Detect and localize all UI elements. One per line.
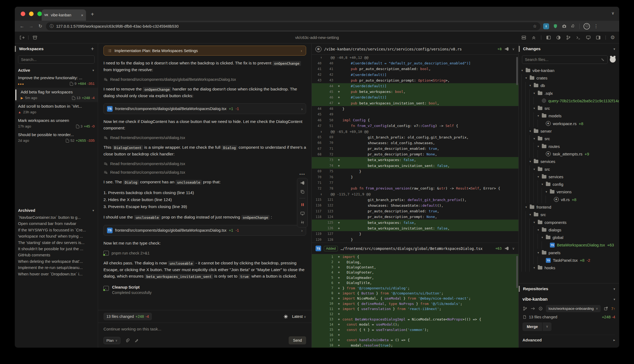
add-workspace-button[interactable]: + (91, 46, 94, 52)
merge-options-chevron[interactable]: ∨ (543, 322, 551, 331)
github-icon[interactable] (610, 57, 616, 63)
open-external-icon[interactable] (19, 35, 24, 40)
target-icon[interactable] (538, 306, 543, 311)
open-in-vscode-icon[interactable] (504, 246, 509, 251)
browser-tab[interactable]: VK vibe-kanban × (42, 9, 86, 21)
tree-folder-row[interactable]: ▾src (521, 165, 619, 173)
tree-folder-row[interactable]: ▾src (521, 104, 619, 112)
open-external-icon[interactable] (603, 306, 608, 311)
back-icon[interactable]: ← (19, 24, 26, 29)
expand-lines-icon[interactable]: ↑ (312, 56, 331, 59)
tree-file-row[interactable]: TSBetaWorkspacesDialog.tsx+63 (521, 241, 619, 249)
tree-folder-row[interactable]: ▾vibe-kanban (521, 67, 619, 74)
git-branch-icon[interactable] (522, 306, 528, 311)
tree-file-row[interactable]: Rv8.rs+8 (521, 196, 619, 203)
expand-lines-icon[interactable]: ↕ (312, 130, 331, 133)
site-info-icon[interactable]: ⓘ (50, 24, 53, 29)
theme-contrast-icon[interactable] (556, 35, 561, 40)
new-tab-button[interactable]: + (91, 12, 94, 17)
maximize-window-button[interactable] (37, 12, 42, 16)
preview-monitor-icon[interactable] (300, 211, 305, 216)
expand-lines-icon[interactable]: ↕ (312, 192, 331, 196)
file-search-input[interactable]: Search files... (522, 55, 608, 64)
archive-icon[interactable] (32, 35, 38, 40)
tree-folder-row[interactable]: ▾db (521, 82, 619, 89)
merge-button[interactable]: Merge (522, 322, 542, 331)
branch-selector[interactable]: louis/workspace-onboarding ∨ (546, 305, 601, 312)
browser-menu-icon[interactable]: ⋮ (594, 23, 598, 29)
changes-header[interactable]: Changes ▾ (519, 43, 619, 54)
archived-workspace-item[interactable]: When deleting the workspace that'... (18, 258, 95, 264)
repo-name-row[interactable]: vibe-kanban ▾ (522, 295, 615, 304)
archived-workspace-item[interactable]: 'workspace not found' when trying ... (18, 233, 95, 239)
adblock-shield-icon[interactable] (553, 24, 558, 29)
cleanup-script-row[interactable]: >_Cleanup ScriptCompleted successfully (103, 285, 306, 295)
send-button[interactable]: Send (289, 336, 306, 344)
tool-read-row[interactable]: Read frontend/src/components/ui/dialog.t… (103, 136, 306, 140)
active-section-header[interactable]: Active ▾ (15, 66, 98, 74)
archived-section-header[interactable]: Archived ▾ (15, 206, 98, 214)
workspace-item[interactable]: Add scroll to bottom button in `Virt...▲… (15, 102, 98, 116)
terminal-icon[interactable] (576, 35, 581, 40)
tool-read-row[interactable]: Read frontend/src/components/ui/dialog.t… (103, 170, 306, 174)
tree-folder-row[interactable]: ▾.sqlx (521, 89, 619, 97)
open-in-vscode-icon[interactable] (504, 46, 509, 52)
forward-icon[interactable]: → (28, 24, 35, 29)
workspace-item[interactable]: Improve the preview functionality: ...9+… (15, 74, 98, 88)
scrollbar-thumb[interactable] (516, 57, 518, 85)
collapse-chevron-icon[interactable]: ∨ (512, 47, 515, 51)
preview-monitor-icon[interactable] (586, 35, 591, 40)
repositories-header[interactable]: Repositories ▾ (519, 283, 619, 294)
tree-folder-row[interactable]: ▾config (521, 180, 619, 188)
archived-workspace-item[interactable]: `NavbarContainer.tsx` button to g... (18, 214, 95, 220)
collapse-chevron-icon[interactable]: ∨ (512, 246, 515, 250)
spark-icon[interactable] (283, 314, 288, 319)
tree-folder-row[interactable]: ▾server (521, 127, 619, 135)
version-dropdown[interactable]: Latest ∨ (292, 314, 306, 319)
tree-file-row[interactable]: query-70b21c5c0a2ba5c21c9c1132f14a68 (521, 97, 619, 104)
extension-icon-blue[interactable]: ‖ (543, 23, 549, 29)
tree-folder-row[interactable]: ▾dialogs (521, 226, 619, 234)
collapse-all-icon[interactable] (531, 35, 536, 40)
workspace-item[interactable]: Add beta flag for workspaces▶5m ago13+24… (15, 88, 98, 102)
right-panel-toggle-icon[interactable] (596, 35, 601, 40)
attach-paperclip-icon[interactable] (125, 338, 130, 343)
tree-folder-row[interactable]: ▾src (521, 135, 619, 143)
workspace-item[interactable]: Should be possible to reorder...2d ago52… (15, 130, 98, 145)
bookmark-star-icon[interactable]: ☆ (533, 24, 537, 29)
message-input[interactable]: Continue working on this task... Plan∨ S… (98, 323, 311, 348)
tree-folder-row[interactable]: ▾versions (521, 188, 619, 196)
tree-folder-row[interactable]: ▾routes (521, 143, 619, 150)
archived-workspace-item[interactable]: It shouldn't be possible for just the ..… (18, 246, 95, 252)
archived-workspace-item[interactable]: GitHub comments (18, 252, 95, 258)
files-changed-chip[interactable]: 13 files changed +248 -4 (103, 313, 152, 320)
scrollbar-thumb[interactable] (516, 256, 518, 288)
address-bar[interactable]: ⓘ 127.0.0.1:57095/workspaces/c63c9fd6-df… (46, 22, 540, 30)
diff-file-header[interactable]: R /vibe-kanban/crates/services/src/servi… (312, 43, 518, 55)
git-compare-icon[interactable] (300, 220, 305, 225)
tab-search-icon[interactable]: ∨ (611, 11, 614, 16)
tree-folder-row[interactable]: ▾src (521, 211, 619, 219)
minimize-window-button[interactable] (29, 12, 34, 16)
extensions-puzzle-icon[interactable] (571, 24, 576, 29)
tab-close-icon[interactable]: × (81, 13, 83, 17)
tree-file-row[interactable]: TSTaskPanel.tsx+8-2 (521, 256, 619, 264)
tree-folder-row[interactable]: ▾frontend (521, 203, 619, 211)
pause-icon[interactable] (300, 202, 305, 207)
profile-avatar[interactable] (583, 23, 590, 30)
reload-icon[interactable]: ↻ (37, 23, 44, 29)
archived-workspace-item[interactable]: Open command bar from navbar (18, 220, 95, 227)
tree-folder-row[interactable]: ▾panels (521, 249, 619, 256)
close-window-button[interactable] (21, 12, 25, 16)
tree-file-row[interactable]: Rworkspace.rs+8 (521, 120, 619, 127)
mode-dropdown[interactable]: Plan∨ (103, 337, 120, 344)
open-in-vscode-icon[interactable] (300, 180, 305, 185)
archived-workspace-item[interactable]: When hover over `Dropdown.tsx` i... (18, 271, 95, 277)
tool-read-row[interactable]: Read frontend/src/components/ui/dialog.t… (103, 162, 306, 166)
diff-file-header[interactable]: TS Added …/frontend/src/components/dialo… (312, 243, 518, 254)
tree-folder-row[interactable]: ▾components (521, 219, 619, 226)
archived-workspace-item[interactable]: Implement the re-run setup/cleanu... (18, 264, 95, 271)
archived-workspace-item[interactable]: The 'starting' state of dev servers is..… (18, 239, 95, 246)
tree-folder-row[interactable]: ▾crates (521, 74, 619, 82)
edited-file-card[interactable]: TSfrontend/src/components/dialogs/global… (103, 103, 306, 114)
